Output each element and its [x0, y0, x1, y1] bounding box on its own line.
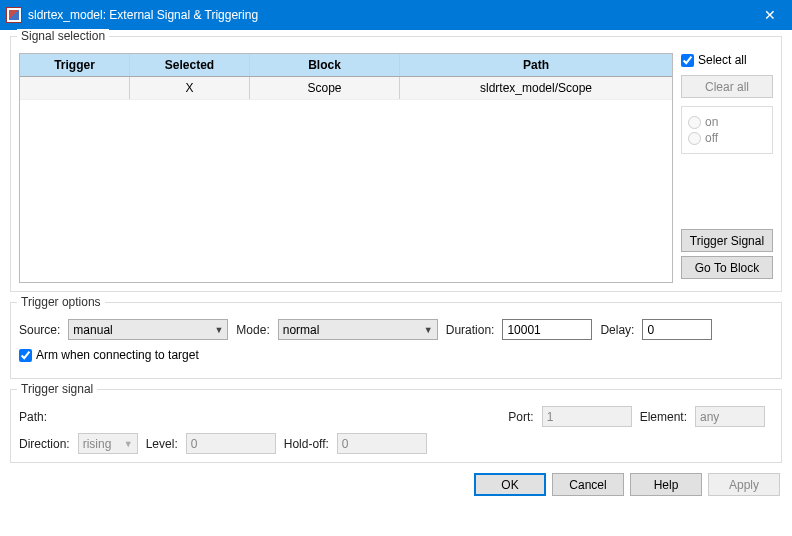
- th-selected: Selected: [130, 54, 250, 76]
- title-bar: sldrtex_model: External Signal & Trigger…: [0, 0, 792, 30]
- select-all-checkbox[interactable]: Select all: [681, 53, 773, 67]
- radio-off-label: off: [705, 131, 718, 145]
- cell-trigger: [20, 77, 130, 99]
- cell-block: Scope: [250, 77, 400, 99]
- mode-dropdown[interactable]: normal ▼: [278, 319, 438, 340]
- trigger-signal-button[interactable]: Trigger Signal: [681, 229, 773, 252]
- chevron-down-icon: ▼: [208, 325, 223, 335]
- chevron-down-icon: ▼: [418, 325, 433, 335]
- source-value: manual: [73, 323, 112, 337]
- select-all-label: Select all: [698, 53, 747, 67]
- level-input: 0: [186, 433, 276, 454]
- close-icon[interactable]: ✕: [747, 0, 792, 30]
- trigger-options-group: Trigger options Source: manual ▼ Mode: n…: [10, 302, 782, 379]
- radio-on-input[interactable]: [688, 116, 701, 129]
- cell-path: sldrtex_model/Scope: [400, 77, 672, 99]
- th-block: Block: [250, 54, 400, 76]
- signal-table[interactable]: Trigger Selected Block Path X Scope sldr…: [19, 53, 673, 283]
- table-row[interactable]: X Scope sldrtex_model/Scope: [20, 77, 672, 100]
- radio-on[interactable]: on: [688, 115, 766, 129]
- delay-input[interactable]: 0: [642, 319, 712, 340]
- port-label: Port:: [508, 410, 533, 424]
- help-button[interactable]: Help: [630, 473, 702, 496]
- cancel-button[interactable]: Cancel: [552, 473, 624, 496]
- arm-input[interactable]: [19, 349, 32, 362]
- trigger-signal-group: Trigger signal Path: Port: 1 Element: an…: [10, 389, 782, 463]
- signal-selection-group: Signal selection Trigger Selected Block …: [10, 36, 782, 292]
- chevron-down-icon: ▼: [118, 439, 133, 449]
- path-label: Path:: [19, 410, 69, 424]
- table-header-row: Trigger Selected Block Path: [20, 54, 672, 77]
- radio-off[interactable]: off: [688, 131, 766, 145]
- select-all-input[interactable]: [681, 54, 694, 67]
- direction-dropdown: rising ▼: [78, 433, 138, 454]
- mode-label: Mode:: [236, 323, 269, 337]
- radio-on-label: on: [705, 115, 718, 129]
- th-path: Path: [400, 54, 672, 76]
- app-icon: [6, 7, 22, 23]
- cell-selected: X: [130, 77, 250, 99]
- dialog-button-row: OK Cancel Help Apply: [10, 473, 782, 496]
- arm-checkbox[interactable]: Arm when connecting to target: [19, 348, 773, 362]
- mode-value: normal: [283, 323, 320, 337]
- arm-label: Arm when connecting to target: [36, 348, 199, 362]
- radio-off-input[interactable]: [688, 132, 701, 145]
- level-label: Level:: [146, 437, 178, 451]
- element-input: any: [695, 406, 765, 427]
- apply-button: Apply: [708, 473, 780, 496]
- source-label: Source:: [19, 323, 60, 337]
- clear-all-button[interactable]: Clear all: [681, 75, 773, 98]
- element-label: Element:: [640, 410, 687, 424]
- go-to-block-button[interactable]: Go To Block: [681, 256, 773, 279]
- duration-label: Duration:: [446, 323, 495, 337]
- trigger-signal-legend: Trigger signal: [17, 382, 97, 396]
- window-title: sldrtex_model: External Signal & Trigger…: [28, 8, 747, 22]
- delay-label: Delay:: [600, 323, 634, 337]
- holdoff-input: 0: [337, 433, 427, 454]
- th-trigger: Trigger: [20, 54, 130, 76]
- ok-button[interactable]: OK: [474, 473, 546, 496]
- signal-selection-legend: Signal selection: [17, 29, 109, 43]
- trigger-options-legend: Trigger options: [17, 295, 105, 309]
- port-input: 1: [542, 406, 632, 427]
- duration-input[interactable]: 10001: [502, 319, 592, 340]
- on-off-radio-group: on off: [681, 106, 773, 154]
- direction-label: Direction:: [19, 437, 70, 451]
- source-dropdown[interactable]: manual ▼: [68, 319, 228, 340]
- holdoff-label: Hold-off:: [284, 437, 329, 451]
- direction-value: rising: [83, 437, 112, 451]
